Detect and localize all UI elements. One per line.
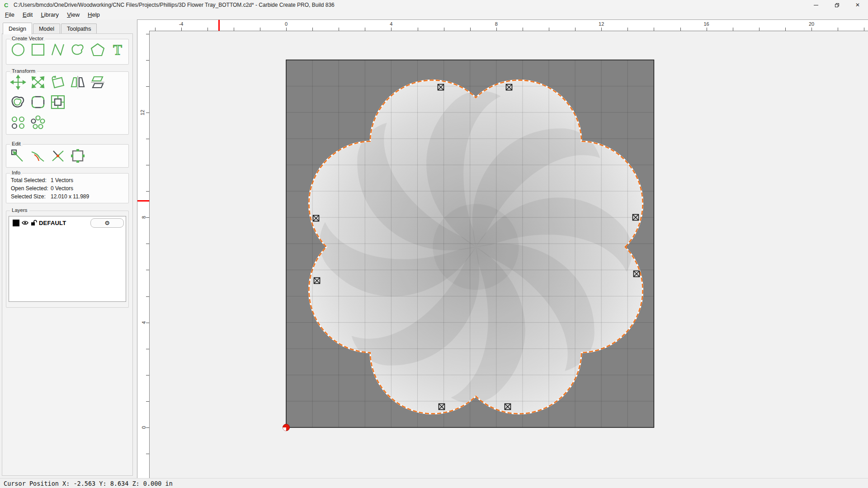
- circular-array-tool-button[interactable]: [29, 113, 47, 131]
- v-ruler-tick: [146, 165, 149, 165]
- h-ruler-tick: [286, 28, 287, 31]
- node-handle[interactable]: [505, 404, 511, 410]
- create-vector-title: Create Vector: [10, 36, 45, 41]
- horizontal-ruler: -4048121620: [149, 19, 868, 31]
- create-vector-group: Create Vector T: [6, 39, 129, 65]
- polyline-tool-button[interactable]: [49, 41, 67, 58]
- layer-visible-eye-icon[interactable]: [22, 220, 28, 225]
- edit-title: Edit: [10, 141, 23, 146]
- circle-tool-button[interactable]: [9, 41, 27, 58]
- info-total-selected: Total Selected:1 Vectors: [6, 176, 128, 184]
- fillet-icon: [30, 94, 46, 110]
- node-edit-tool-button[interactable]: [9, 147, 27, 164]
- shear-tool-button[interactable]: [89, 74, 107, 91]
- break-intersect-tool-button[interactable]: [49, 147, 67, 164]
- boolean-box-tool-button[interactable]: [69, 147, 87, 164]
- layer-row-default[interactable]: DEFAULT ⚙: [9, 216, 126, 228]
- node-handle[interactable]: [314, 278, 320, 284]
- h-ruler-tick: [575, 28, 576, 31]
- node-handle[interactable]: [439, 404, 445, 410]
- scale-icon: [30, 75, 46, 90]
- resize-frame-tool-button[interactable]: [49, 94, 67, 111]
- design-canvas[interactable]: [150, 31, 868, 479]
- info-group: Info Total Selected:1 Vectors Open Selec…: [6, 173, 129, 203]
- polygon-icon: [90, 42, 106, 57]
- info-open-selected: Open Selected:0 Vectors: [6, 184, 128, 192]
- h-ruler-tick: [838, 28, 838, 31]
- layer-settings-button[interactable]: ⚙: [90, 218, 124, 228]
- close-button[interactable]: ✕: [847, 0, 868, 10]
- v-ruler-label: 8: [141, 216, 146, 219]
- v-ruler-label: 0: [141, 426, 146, 429]
- offset-tool-button[interactable]: [9, 94, 27, 111]
- h-ruler-tick: [260, 28, 260, 31]
- h-ruler-label: 16: [703, 21, 709, 27]
- fillet-tool-button[interactable]: [29, 94, 47, 111]
- v-ruler-tick: [146, 401, 149, 402]
- polygon-tool-button[interactable]: [89, 41, 107, 58]
- move-icon: [10, 75, 26, 90]
- trim-tool-button[interactable]: [29, 147, 47, 164]
- carbide-create-window: C C:/Users/bmcdo/OneDrive/Woodworking/CN…: [0, 0, 868, 488]
- minimize-button[interactable]: [806, 0, 826, 10]
- h-ruler-label: 0: [285, 21, 288, 27]
- info-title: Info: [10, 170, 22, 175]
- menu-edit[interactable]: Edit: [19, 10, 37, 19]
- node-handle[interactable]: [438, 84, 444, 90]
- h-ruler-tick: [733, 28, 733, 31]
- restore-button[interactable]: [826, 0, 847, 10]
- h-ruler-tick: [418, 28, 418, 31]
- h-ruler-label: 8: [495, 21, 498, 27]
- v-ruler-tick: [146, 191, 149, 192]
- node-handle[interactable]: [634, 271, 640, 277]
- resize-frame-icon: [50, 94, 66, 110]
- polyline-icon: [50, 42, 66, 57]
- h-ruler-tick: [339, 28, 339, 31]
- h-ruler-tick: [549, 28, 549, 31]
- node-edit-icon: [10, 148, 26, 164]
- tab-design[interactable]: Design: [3, 23, 32, 34]
- h-ruler-tick: [680, 28, 681, 31]
- menu-bar: File Edit Library View Help: [0, 10, 868, 19]
- v-ruler-tick: [146, 86, 149, 87]
- menu-file[interactable]: File: [1, 10, 19, 19]
- cursor-x-marker: [218, 20, 220, 31]
- layer-color-swatch[interactable]: [13, 220, 19, 226]
- v-ruler-label: 4: [141, 321, 146, 324]
- rotate-tool-button[interactable]: [49, 74, 67, 91]
- layers-list[interactable]: DEFAULT ⚙: [9, 216, 126, 302]
- menu-library[interactable]: Library: [37, 10, 63, 19]
- scale-tool-button[interactable]: [29, 74, 47, 91]
- h-ruler-tick: [365, 28, 365, 31]
- linear-array-tool-button[interactable]: [9, 113, 27, 131]
- rectangle-tool-button[interactable]: [29, 41, 47, 58]
- layer-unlock-icon[interactable]: [30, 220, 37, 226]
- h-ruler-label: 20: [809, 21, 814, 27]
- v-ruler-tick: [146, 454, 149, 454]
- h-ruler-tick: [785, 28, 786, 31]
- menu-view[interactable]: View: [63, 10, 84, 19]
- move-tool-button[interactable]: [9, 74, 27, 91]
- node-handle[interactable]: [313, 216, 319, 221]
- title-bar: C C:/Users/bmcdo/OneDrive/Woodworking/CN…: [0, 0, 868, 10]
- window-title: C:/Users/bmcdo/OneDrive/Woodworking/CNC …: [14, 2, 335, 8]
- mirror-tool-button[interactable]: [69, 74, 87, 91]
- v-ruler-tick: [146, 113, 149, 113]
- svg-text:T: T: [113, 42, 122, 57]
- h-ruler-tick: [627, 28, 628, 31]
- node-handle[interactable]: [633, 215, 639, 221]
- job-origin-marker: [283, 424, 290, 431]
- offset-icon: [10, 94, 26, 110]
- vertical-ruler: 04812: [137, 31, 150, 479]
- text-tool-button[interactable]: T: [108, 41, 127, 58]
- mirror-icon: [70, 75, 86, 90]
- restore-icon: [835, 3, 839, 7]
- curve-tool-button[interactable]: [69, 41, 87, 58]
- node-handle[interactable]: [506, 84, 512, 90]
- menu-help[interactable]: Help: [84, 10, 104, 19]
- rotate-icon: [50, 75, 66, 90]
- minimize-icon: [814, 5, 818, 5]
- cursor-y-marker: [137, 200, 150, 202]
- v-ruler-tick: [146, 60, 149, 61]
- h-ruler-label: 12: [599, 21, 604, 27]
